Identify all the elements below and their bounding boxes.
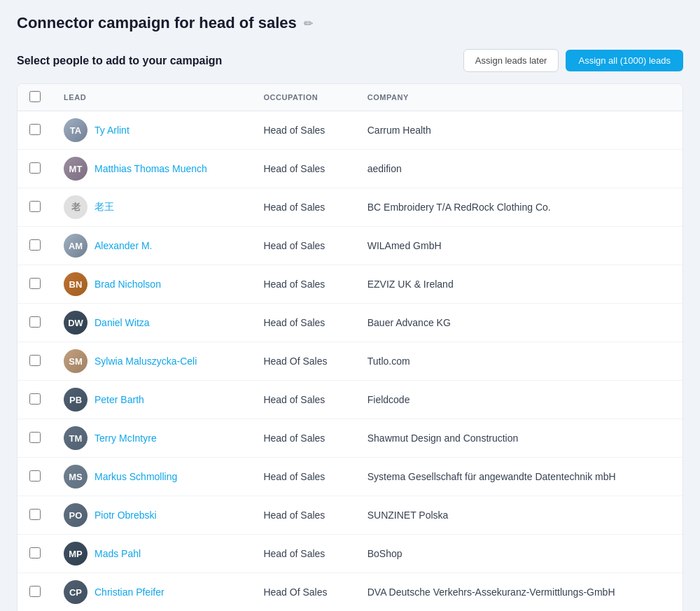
avatar: SM [64,349,88,373]
edit-icon[interactable]: ✏ [304,17,313,30]
lead-cell: MSMarkus Schmolling [52,458,252,496]
company-cell: BC Embroidery T/A RedRock Clothing Co. [356,188,682,227]
header-lead: LEAD [52,84,252,111]
occupation-cell: Head of Sales [252,227,356,265]
row-checkbox-cell [18,265,52,304]
company-cell: SUNZINET Polska [356,496,682,535]
row-checkbox[interactable] [29,239,41,251]
occupation-cell: Head of Sales [252,304,356,342]
company-cell: DVA Deutsche Verkehrs-Assekuranz-Vermitt… [356,573,682,612]
company-cell: aedifion [356,150,682,188]
row-checkbox[interactable] [29,586,41,597]
select-all-checkbox[interactable] [29,91,41,102]
lead-name[interactable]: Christian Pfeifer [94,587,164,598]
row-checkbox[interactable] [29,470,41,482]
table-row: SMSylwia Maluszycka-CeliHead Of SalesTut… [18,342,682,381]
company-cell: Bauer Advance KG [356,304,682,342]
occupation-cell: Head of Sales [252,381,356,419]
avatar: TA [64,118,88,142]
avatar: CP [64,580,88,604]
lead-name[interactable]: Brad Nicholson [94,279,161,290]
table-row: MTMatthias Thomas MuenchHead of Salesaed… [18,150,682,188]
lead-cell: SMSylwia Maluszycka-Celi [52,342,252,381]
avatar: MP [64,542,88,566]
table-row: MSMarkus SchmollingHead of SalesSystema … [18,458,682,496]
company-cell: Carrum Health [356,111,682,150]
row-checkbox-cell [18,496,52,535]
lead-name[interactable]: 老王 [94,201,114,213]
lead-cell: TATy Arlint [52,111,252,150]
assign-all-button[interactable]: Assign all (1000) leads [566,50,683,71]
header-checkbox-col [18,84,52,111]
row-checkbox[interactable] [29,393,41,405]
lead-name[interactable]: Sylwia Maluszycka-Celi [94,356,197,367]
table-row: POPiotr ObrebskiHead of SalesSUNZINET Po… [18,496,682,535]
lead-name[interactable]: Mads Pahl [94,548,141,559]
row-checkbox-cell [18,150,52,188]
avatar: MT [64,157,88,181]
row-checkbox[interactable] [29,201,41,212]
lead-cell: 老老王 [52,188,252,227]
row-checkbox-cell [18,458,52,496]
lead-name[interactable]: Markus Schmolling [94,471,177,482]
row-checkbox[interactable] [29,432,41,443]
avatar: 老 [64,195,88,219]
header-company: COMPANY [356,84,682,111]
assign-later-button[interactable]: Assign leads later [463,49,559,72]
occupation-cell: Head of Sales [252,265,356,304]
row-checkbox-cell [18,227,52,265]
row-checkbox-cell [18,419,52,458]
occupation-cell: Head Of Sales [252,342,356,381]
occupation-cell: Head of Sales [252,535,356,573]
table-row: CPChristian PfeiferHead Of SalesDVA Deut… [18,573,682,612]
table-row: PBPeter BarthHead of SalesFieldcode [18,381,682,419]
title-row: Connector campaign for head of sales ✏ [17,14,683,32]
avatar: TM [64,426,88,450]
lead-cell: DWDaniel Witza [52,304,252,342]
occupation-cell: Head of Sales [252,111,356,150]
company-cell: Systema Gesellschaft für angewandte Date… [356,458,682,496]
header-occupation: OCCUPATION [252,84,356,111]
table-row: DWDaniel WitzaHead of SalesBauer Advance… [18,304,682,342]
row-checkbox-cell [18,573,52,612]
select-label: Select people to add to your campaign [17,55,222,67]
lead-name[interactable]: Piotr Obrebski [94,510,157,521]
table-row: TATy ArlintHead of SalesCarrum Health [18,111,682,150]
row-checkbox[interactable] [29,547,41,559]
lead-name[interactable]: Daniel Witza [94,317,150,328]
table-row: BNBrad NicholsonHead of SalesEZVIZ UK & … [18,265,682,304]
avatar: DW [64,311,88,335]
page-title: Connector campaign for head of sales [17,14,297,32]
row-checkbox[interactable] [29,278,41,289]
row-checkbox[interactable] [29,162,41,174]
row-checkbox-cell [18,304,52,342]
company-cell: Shawmut Design and Construction [356,419,682,458]
row-checkbox[interactable] [29,509,41,520]
avatar: PB [64,388,88,412]
occupation-cell: Head of Sales [252,419,356,458]
occupation-cell: Head of Sales [252,458,356,496]
row-checkbox-cell [18,381,52,419]
lead-name[interactable]: Terry McIntyre [94,433,157,444]
leads-table-container: LEAD OCCUPATION COMPANY TATy ArlintHead … [17,83,683,611]
lead-name[interactable]: Matthias Thomas Muench [94,163,207,174]
row-checkbox[interactable] [29,124,41,135]
lead-name[interactable]: Alexander M. [94,240,152,251]
avatar: BN [64,272,88,296]
row-checkbox[interactable] [29,316,41,328]
row-checkbox[interactable] [29,355,41,366]
lead-cell: CPChristian Pfeifer [52,573,252,612]
lead-name[interactable]: Peter Barth [94,394,144,405]
lead-cell: AMAlexander M. [52,227,252,265]
lead-name[interactable]: Ty Arlint [94,125,130,136]
lead-cell: TMTerry McIntyre [52,419,252,458]
occupation-cell: Head of Sales [252,150,356,188]
row-checkbox-cell [18,111,52,150]
company-cell: Tutlo.com [356,342,682,381]
lead-cell: BNBrad Nicholson [52,265,252,304]
occupation-cell: Head of Sales [252,188,356,227]
company-cell: EZVIZ UK & Ireland [356,265,682,304]
toolbar-actions: Assign leads later Assign all (1000) lea… [463,49,683,72]
company-cell: BoShop [356,535,682,573]
lead-cell: MPMads Pahl [52,535,252,573]
